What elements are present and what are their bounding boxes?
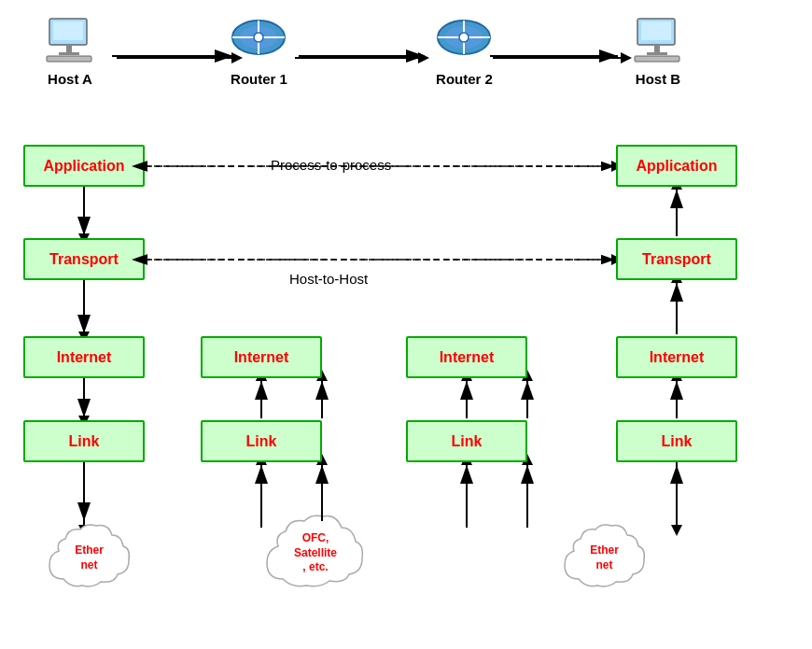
svg-marker-27 — [671, 525, 682, 536]
svg-rect-46 — [53, 21, 83, 40]
cloud-middle: OFC, Satellite , etc. — [259, 509, 371, 598]
svg-rect-62 — [654, 45, 660, 52]
internet-r2-box: Internet — [406, 336, 527, 378]
link-r2-box: Link — [406, 420, 527, 462]
link-left-box: Link — [23, 420, 145, 462]
internet-right-box: Internet — [616, 336, 737, 378]
svg-rect-63 — [647, 52, 667, 55]
host-b-device: Host B — [630, 17, 686, 87]
host-a-icon — [42, 17, 98, 66]
svg-marker-3 — [418, 52, 429, 63]
internet-left-box: Internet — [23, 336, 145, 378]
svg-rect-49 — [47, 56, 91, 62]
transport-right-box: Transport — [616, 238, 737, 280]
host-b-icon — [630, 17, 686, 66]
host-a-label: Host A — [48, 71, 92, 87]
application-left-box: Application — [23, 145, 145, 187]
host-b-label: Host B — [636, 71, 680, 87]
cloud-right-label: Ether net — [590, 543, 619, 572]
process-to-process-label: Process-to-process — [271, 157, 391, 173]
cloud-right: Ether net — [560, 518, 649, 598]
router1-icon — [229, 17, 289, 66]
svg-rect-64 — [635, 56, 679, 62]
svg-rect-47 — [66, 45, 72, 52]
svg-rect-48 — [59, 52, 79, 55]
router1-device: Router 1 — [229, 17, 289, 87]
host-to-host-label: Host-to-Host — [289, 271, 368, 287]
link-r1-box: Link — [201, 420, 322, 462]
router2-label: Router 2 — [436, 71, 493, 87]
router1-label: Router 1 — [231, 71, 287, 87]
transport-left-box: Transport — [23, 238, 145, 280]
host-a-device: Host A — [42, 17, 98, 87]
router2-icon — [434, 17, 495, 66]
cloud-left: Ether net — [45, 518, 133, 598]
svg-rect-61 — [641, 21, 671, 40]
router2-device: Router 2 — [434, 17, 495, 87]
svg-point-54 — [254, 33, 263, 42]
cloud-left-label: Ether net — [75, 543, 104, 572]
network-diagram: Host A Router 1 — [0, 0, 812, 649]
svg-point-59 — [459, 33, 469, 42]
application-right-box: Application — [616, 145, 737, 187]
cloud-middle-label: OFC, Satellite , etc. — [294, 531, 337, 575]
internet-r1-box: Internet — [201, 336, 322, 378]
link-right-box: Link — [616, 420, 737, 462]
